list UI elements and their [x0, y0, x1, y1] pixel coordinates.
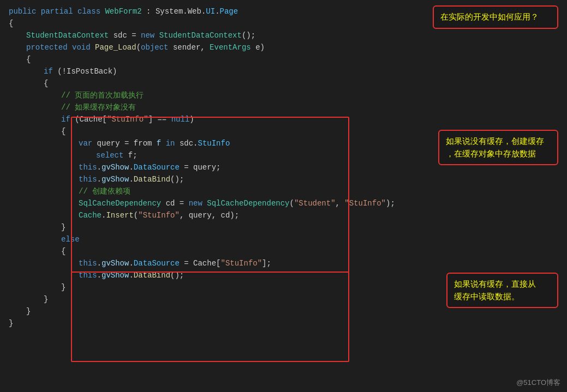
code-line: protected void Page_Load(object sender, … [9, 41, 558, 53]
code-line: { [9, 53, 558, 65]
code-line: // 如果缓存对象没有 [9, 101, 558, 113]
annotation-text-3: 如果说有缓存，直接从缓存中读取数据。 [454, 279, 536, 301]
annotation-bubble-3: 如果说有缓存，直接从缓存中读取数据。 [446, 273, 558, 308]
highlight-box-cache-null [71, 117, 349, 273]
annotation-bubble-2: 如果说没有缓存，创建缓存，在缓存对象中存放数据 [438, 130, 558, 165]
screenshot-wrapper: public partial class WebForm2 : System.W… [0, 0, 567, 392]
annotation-text-1: 在实际的开发中如何应用？ [440, 12, 539, 21]
highlight-box-else [71, 272, 349, 362]
code-line: if (!IsPostBack) [9, 65, 558, 77]
code-line: // 页面的首次加载执行 [9, 89, 558, 101]
code-line: { [9, 77, 558, 89]
watermark: @51CTO博客 [516, 378, 560, 388]
code-line: StudentDataContext sdc = new StudentData… [9, 29, 558, 41]
annotation-bubble-1: 在实际的开发中如何应用？ [433, 5, 558, 29]
annotation-text-2: 如果说没有缓存，创建缓存，在缓存对象中存放数据 [446, 136, 544, 158]
